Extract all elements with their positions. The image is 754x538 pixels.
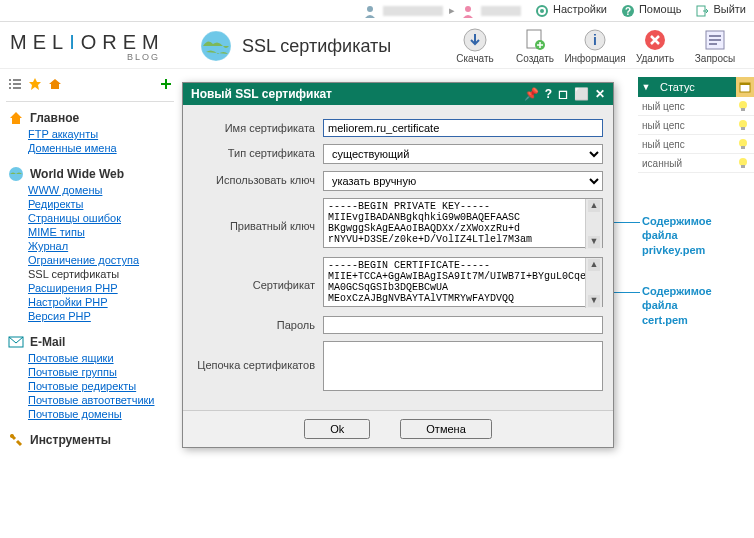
restore-icon[interactable]: ◻ <box>558 87 568 101</box>
help-link[interactable]: ?Помощь <box>621 3 682 17</box>
sidebar-link[interactable]: Почтовые автоответчики <box>28 394 154 406</box>
svg-rect-20 <box>13 79 21 81</box>
settings-link[interactable]: Настройки <box>535 3 607 17</box>
requests-button[interactable]: Запросы <box>686 28 744 64</box>
bulb-icon <box>736 137 750 151</box>
sidebar-link[interactable]: Почтовые домены <box>28 408 122 420</box>
svg-rect-18 <box>709 43 717 45</box>
sidebar-link[interactable]: Расширения PHP <box>28 282 118 294</box>
user-icon <box>363 4 377 18</box>
label-password: Пароль <box>193 316 323 331</box>
svg-rect-24 <box>13 87 21 89</box>
sidebar-link[interactable]: Почтовые ящики <box>28 352 114 364</box>
sidebar-link[interactable]: Журнал <box>28 240 68 252</box>
star-icon[interactable] <box>28 77 42 91</box>
sidebar-link[interactable]: MIME типы <box>28 226 85 238</box>
sidebar-section-tools[interactable]: Инструменты <box>6 432 174 448</box>
gear-icon <box>535 4 549 18</box>
sidebar-link[interactable]: Ограничение доступа <box>28 254 139 266</box>
sidebar-link[interactable]: Страницы ошибок <box>28 212 121 224</box>
chevron-icon[interactable]: ▼ <box>638 77 654 97</box>
certificate-textarea[interactable] <box>323 257 603 307</box>
sidebar-link[interactable]: Почтовые группы <box>28 366 117 378</box>
download-icon <box>463 28 487 52</box>
create-button[interactable]: Создать <box>506 28 564 64</box>
sidebar-section-email[interactable]: E-Mail <box>6 334 174 350</box>
svg-rect-19 <box>9 79 11 81</box>
sidebar-link[interactable]: Редиректы <box>28 198 83 210</box>
svg-point-32 <box>739 101 747 109</box>
bulb-icon <box>736 99 750 113</box>
svg-point-1 <box>465 6 471 12</box>
close-icon[interactable]: ✕ <box>595 87 605 101</box>
help-icon[interactable]: ? <box>545 87 552 101</box>
svg-text:?: ? <box>625 6 631 17</box>
cancel-button[interactable]: Отмена <box>400 419 491 439</box>
sidebar-link[interactable]: Версия PHP <box>28 310 91 322</box>
sidebar: Главное FTP аккаунты Доменные имена Worl… <box>0 69 180 468</box>
user-icon <box>461 4 475 18</box>
annotation-cert: Содержимое файла cert.pem <box>642 284 712 327</box>
globe-icon <box>198 28 234 64</box>
list-icon[interactable] <box>8 77 22 91</box>
cert-type-select[interactable]: существующий <box>323 144 603 164</box>
sidebar-link[interactable]: WWW домены <box>28 184 102 196</box>
sidebar-link-domains[interactable]: Доменные имена <box>28 142 117 154</box>
status-row: ный цепс <box>638 116 754 135</box>
create-icon <box>523 28 547 52</box>
calendar-icon[interactable] <box>736 77 754 97</box>
tools-icon <box>8 432 24 448</box>
svg-rect-23 <box>9 87 11 89</box>
sidebar-section-www[interactable]: World Wide Web <box>6 166 174 182</box>
pin-icon[interactable]: 📌 <box>524 87 539 101</box>
info-button[interactable]: i Информация <box>566 28 624 64</box>
chain-textarea[interactable] <box>323 341 603 391</box>
header: MELIOREM BLOG SSL сертификаты Скачать Со… <box>0 22 754 69</box>
status-row: ный цепс <box>638 135 754 154</box>
bulb-icon <box>736 156 750 170</box>
logout-link[interactable]: Выйти <box>695 3 746 17</box>
label-cert-name: Имя сертификата <box>193 119 323 134</box>
svg-rect-21 <box>9 83 11 85</box>
delete-button[interactable]: Удалить <box>626 28 684 64</box>
label-certificate: Сертификат <box>193 257 323 291</box>
sidebar-link[interactable]: Почтовые редиректы <box>28 380 136 392</box>
modal-title-bar[interactable]: Новый SSL сертификат 📌 ? ◻ ⬜ ✕ <box>183 83 613 105</box>
ok-button[interactable]: Ok <box>304 419 370 439</box>
svg-rect-17 <box>709 39 721 41</box>
delete-icon <box>643 28 667 52</box>
user-blur <box>481 6 521 16</box>
modal-new-ssl: Новый SSL сертификат 📌 ? ◻ ⬜ ✕ Имя серти… <box>182 82 614 448</box>
requests-icon <box>703 28 727 52</box>
home-orange-icon <box>8 110 24 126</box>
private-key-textarea[interactable] <box>323 198 603 248</box>
label-private-key: Приватный ключ <box>193 198 323 232</box>
svg-text:i: i <box>593 32 597 48</box>
user-switcher[interactable]: ▸ <box>363 4 521 18</box>
maximize-icon[interactable]: ⬜ <box>574 87 589 101</box>
sidebar-section-main[interactable]: Главное <box>6 110 174 126</box>
home-icon[interactable] <box>48 77 62 91</box>
cert-name-input[interactable] <box>323 119 603 137</box>
sidebar-link[interactable]: Настройки PHP <box>28 296 108 308</box>
use-key-select[interactable]: указать вручную <box>323 171 603 191</box>
svg-rect-22 <box>13 83 21 85</box>
annotation-privkey: Содержимое файла privkey.pem <box>642 214 712 257</box>
globe-small-icon <box>8 166 24 182</box>
status-row: ный цепс <box>638 97 754 116</box>
svg-rect-39 <box>741 165 745 168</box>
label-chain: Цепочка сертификатов <box>193 341 323 371</box>
svg-rect-26 <box>161 83 171 85</box>
add-icon[interactable] <box>160 78 172 90</box>
sidebar-link-ssl[interactable]: SSL сертификаты <box>28 268 119 280</box>
svg-point-3 <box>540 9 544 13</box>
password-input[interactable] <box>323 316 603 334</box>
download-button[interactable]: Скачать <box>446 28 504 64</box>
svg-rect-35 <box>741 127 745 130</box>
status-header[interactable]: Статус <box>654 77 736 97</box>
logout-icon <box>695 4 709 18</box>
sidebar-link-ftp[interactable]: FTP аккаунты <box>28 128 98 140</box>
svg-point-36 <box>739 139 747 147</box>
user-blur <box>383 6 443 16</box>
email-icon <box>8 334 24 350</box>
